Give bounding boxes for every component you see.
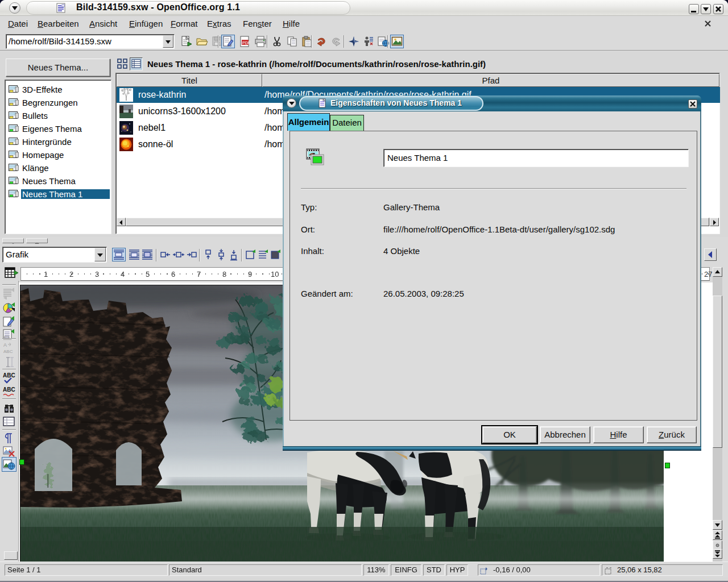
svg-text:ABC: ABC — [3, 372, 15, 379]
svg-text:A: A — [3, 342, 7, 348]
svg-text:PDF: PDF — [242, 41, 250, 45]
svg-text:ABC: ABC — [3, 349, 13, 354]
svg-text:ABC: ABC — [3, 386, 15, 393]
